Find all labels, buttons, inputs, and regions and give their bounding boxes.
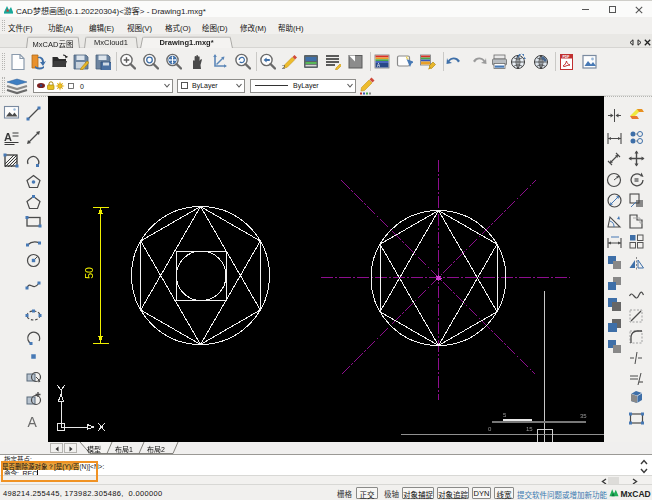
svg-text:PDF: PDF <box>563 55 571 59</box>
svg-text:35: 35 <box>580 413 587 419</box>
svg-text:50: 50 <box>83 267 95 279</box>
svg-text:0: 0 <box>80 83 84 90</box>
svg-text:A: A <box>28 414 38 430</box>
svg-text:15: 15 <box>526 426 533 432</box>
svg-text:A: A <box>4 131 12 143</box>
svg-text:A: A <box>377 63 380 68</box>
